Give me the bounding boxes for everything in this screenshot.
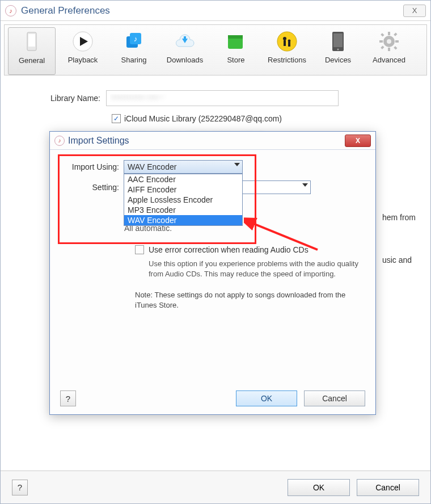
icloud-checkbox[interactable]: ✓ xyxy=(112,114,121,123)
truncated-line-1: hem from xyxy=(382,212,416,224)
store-note: Note: These settings do not apply to son… xyxy=(135,290,356,310)
itunes-icon: ♪ xyxy=(5,5,16,16)
svg-rect-22 xyxy=(388,48,390,51)
encoder-option-mp3[interactable]: MP3 Encoder xyxy=(124,205,242,215)
tab-downloads-label: Downloads xyxy=(167,56,203,64)
ok-label: OK xyxy=(261,394,272,403)
import-using-select[interactable]: WAV Encoder xyxy=(124,160,243,174)
svg-rect-25 xyxy=(381,33,384,36)
tab-store[interactable]: Store xyxy=(212,27,260,75)
import-using-row: Import Using: WAV Encoder xyxy=(62,160,363,174)
svg-rect-13 xyxy=(284,40,286,46)
chevron-down-icon xyxy=(302,183,308,187)
download-icon xyxy=(174,31,196,52)
device-icon xyxy=(327,31,349,52)
svg-rect-23 xyxy=(379,40,383,43)
chevron-down-icon xyxy=(234,163,240,166)
phone-icon xyxy=(21,31,43,53)
svg-point-11 xyxy=(277,32,297,51)
dialog-cancel-button[interactable]: Cancel xyxy=(304,390,365,406)
play-icon xyxy=(72,31,94,52)
svg-rect-15 xyxy=(288,42,290,47)
tab-sharing-label: Sharing xyxy=(121,56,147,64)
share-icon: ♪ xyxy=(123,31,145,52)
restrictions-icon xyxy=(276,31,298,52)
tab-downloads[interactable]: Downloads xyxy=(161,27,209,75)
window-bottom-bar: ? OK Cancel xyxy=(1,471,430,503)
import-settings-dialog: ♪ Import Settings X Import Using: WAV En… xyxy=(49,131,376,415)
truncated-line-2: usic and xyxy=(382,254,416,266)
encoder-option-aac[interactable]: AAC Encoder xyxy=(124,174,242,184)
window-ok-button[interactable]: OK xyxy=(288,479,350,496)
preferences-window: ♪ General Preferences X General Playback… xyxy=(0,0,431,504)
truncated-bg-text: hem from usic and xyxy=(382,212,416,266)
dialog-close-button[interactable]: X xyxy=(345,135,371,147)
tab-devices[interactable]: Devices xyxy=(314,27,362,75)
encoder-option-lossless[interactable]: Apple Lossless Encoder xyxy=(124,195,242,205)
gear-icon xyxy=(378,31,400,52)
svg-point-14 xyxy=(288,40,291,43)
library-name-label: Library Name: xyxy=(15,94,106,103)
store-icon xyxy=(225,31,247,52)
preferences-toolbar: General Playback ♪ Sharing Downloads Sto… xyxy=(4,24,427,75)
encoder-option-aiff[interactable]: AIFF Encoder xyxy=(124,184,242,195)
import-using-value: WAV Encoder xyxy=(128,162,176,171)
tab-advanced-label: Advanced xyxy=(373,56,405,64)
icloud-label: iCloud Music Library (2522290487@qq.com) xyxy=(124,114,282,123)
tab-playback[interactable]: Playback xyxy=(59,27,107,75)
ok-label: OK xyxy=(313,483,324,492)
svg-rect-24 xyxy=(395,40,399,43)
svg-point-20 xyxy=(387,39,391,44)
encoder-dropdown: AAC Encoder AIFF Encoder Apple Lossless … xyxy=(124,174,243,226)
svg-rect-8 xyxy=(184,36,186,41)
tab-general[interactable]: General xyxy=(8,27,56,75)
svg-point-12 xyxy=(283,37,286,40)
icloud-row: ✓ iCloud Music Library (2522290487@qq.co… xyxy=(112,114,416,123)
cancel-label: Cancel xyxy=(375,483,400,492)
encoder-option-wav[interactable]: WAV Encoder xyxy=(124,215,242,225)
svg-rect-1 xyxy=(28,34,35,47)
tab-advanced[interactable]: Advanced xyxy=(365,27,413,75)
svg-rect-28 xyxy=(381,45,384,49)
dialog-ok-button[interactable]: OK xyxy=(236,390,297,406)
window-title: General Preferences xyxy=(21,5,110,16)
tab-general-label: General xyxy=(19,56,45,65)
svg-rect-10 xyxy=(228,35,243,39)
svg-point-18 xyxy=(337,49,339,51)
dialog-button-row: OK Cancel xyxy=(236,390,365,406)
dialog-title: Import Settings xyxy=(68,136,129,146)
window-help-button[interactable]: ? xyxy=(12,480,28,495)
svg-rect-26 xyxy=(394,46,397,49)
tab-restrictions-label: Restrictions xyxy=(268,56,306,64)
svg-text:♪: ♪ xyxy=(134,35,138,43)
tab-restrictions[interactable]: Restrictions xyxy=(263,27,311,75)
error-correction-note: Use this option if you experience proble… xyxy=(149,259,358,279)
window-close-button[interactable]: X xyxy=(403,5,426,17)
import-using-label: Import Using: xyxy=(62,162,124,171)
error-correction-checkbox[interactable] xyxy=(135,245,144,254)
itunes-icon: ♪ xyxy=(54,136,65,146)
tab-devices-label: Devices xyxy=(325,56,351,64)
close-icon: X xyxy=(412,6,417,15)
svg-rect-21 xyxy=(388,32,390,35)
titlebar: ♪ General Preferences X xyxy=(1,1,430,21)
setting-label: Setting: xyxy=(62,183,124,192)
error-correction-row: Use error correction when reading Audio … xyxy=(135,245,363,254)
dialog-body: Import Using: WAV Encoder Setting: AAC E… xyxy=(50,150,375,414)
tab-playback-label: Playback xyxy=(68,56,98,64)
help-icon: ? xyxy=(18,482,22,492)
dialog-titlebar: ♪ Import Settings X xyxy=(50,132,375,150)
window-cancel-button[interactable]: Cancel xyxy=(357,479,419,496)
dialog-help-button[interactable]: ? xyxy=(60,390,76,406)
cancel-label: Cancel xyxy=(322,394,347,403)
help-icon: ? xyxy=(66,394,70,404)
library-name-input[interactable] xyxy=(106,90,339,106)
close-icon: X xyxy=(356,137,360,145)
library-name-row: Library Name: xyxy=(15,90,416,106)
tab-sharing[interactable]: ♪ Sharing xyxy=(110,27,158,75)
svg-rect-17 xyxy=(333,33,343,47)
error-correction-label: Use error correction when reading Audio … xyxy=(149,245,309,254)
tab-store-label: Store xyxy=(227,56,244,64)
svg-rect-27 xyxy=(394,32,397,36)
